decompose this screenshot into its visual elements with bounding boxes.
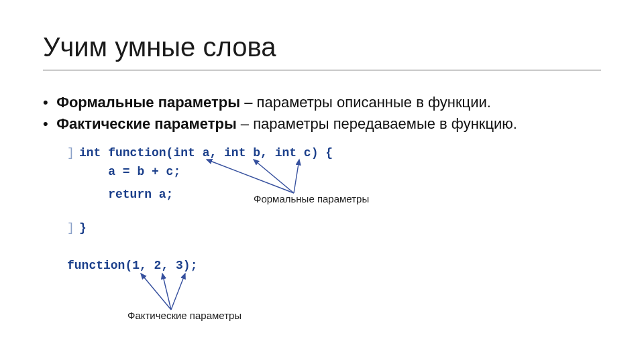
bullet-term: Фактические параметры xyxy=(56,115,237,132)
bullet-desc: – параметры передаваемые в функцию. xyxy=(237,115,517,132)
arrow-formal-a xyxy=(207,160,294,193)
code-line: int function(int a, int b, int c) { xyxy=(79,146,333,160)
bullet-desc: – параметры описанные в функции. xyxy=(240,94,491,111)
bullet-item: • Формальные параметры – параметры описа… xyxy=(43,93,517,113)
slide-title: Учим умные слова xyxy=(43,32,276,62)
bullet-item: • Фактические параметры – параметры пере… xyxy=(43,114,517,134)
code-line: return a; xyxy=(79,188,173,201)
title-underline xyxy=(43,70,601,70)
code-line: function(1, 2, 3); xyxy=(67,259,197,272)
arrow-actual-3 xyxy=(171,274,185,310)
label-formal-params: Формальные параметры xyxy=(254,193,369,204)
arrow-actual-2 xyxy=(162,274,171,310)
code-margin-bracket: ] xyxy=(67,221,74,235)
arrow-formal-b xyxy=(254,160,294,193)
arrow-actual-1 xyxy=(141,274,171,310)
bullet-dot: • xyxy=(43,93,52,113)
bullet-term: Формальные параметры xyxy=(56,94,240,111)
slide: Учим умные слова • Формальные параметры … xyxy=(0,0,644,362)
arrow-formal-c xyxy=(294,160,299,193)
bullet-dot: • xyxy=(43,114,52,134)
code-line: } xyxy=(79,221,87,235)
bullet-list: • Формальные параметры – параметры описа… xyxy=(43,93,517,135)
code-margin-bracket: ] xyxy=(67,146,74,160)
code-line: a = b + c; xyxy=(79,165,180,178)
label-actual-params: Фактические параметры xyxy=(127,310,241,321)
